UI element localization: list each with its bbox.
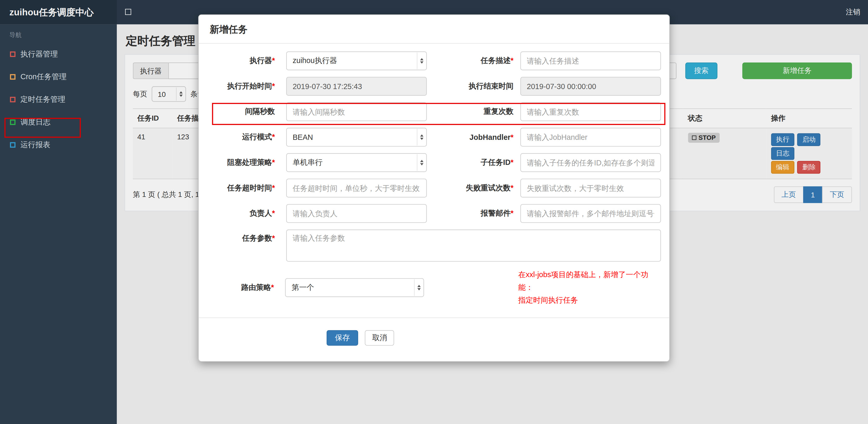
- start-time-input[interactable]: [286, 77, 427, 96]
- route-strategy-label: 路由策略*: [198, 282, 285, 292]
- timeout-label: 任务超时时间*: [198, 183, 286, 193]
- cancel-button[interactable]: 取消: [365, 330, 394, 346]
- modal-title: 新增任务: [210, 24, 247, 35]
- modal-body: 执行器* zuihou执行器 任务描述* 执行开始时间* 执行结束时间 间隔秒数: [198, 44, 669, 306]
- route-strategy-select[interactable]: 第一个: [285, 278, 424, 297]
- task-params-textarea[interactable]: [286, 229, 661, 261]
- end-time-label: 执行结束时间: [427, 81, 520, 91]
- route-strategy-select-value: 第一个: [292, 282, 314, 292]
- child-task-label: 子任务ID*: [427, 158, 520, 167]
- jobhandler-label: JobHandler*: [427, 133, 520, 141]
- app-viewport: zuihou任务调度中心 注销 导航 执行器管理 Cron任务管理 定时任务管理…: [0, 0, 868, 424]
- retry-input[interactable]: [520, 179, 661, 197]
- modal-header: 新增任务: [198, 15, 669, 43]
- interval-input[interactable]: [286, 102, 427, 121]
- block-strategy-select-value: 单机串行: [293, 158, 323, 167]
- modal-footer: 保存 取消: [198, 318, 669, 361]
- task-desc-input[interactable]: [520, 52, 661, 70]
- start-time-label: 执行开始时间*: [198, 81, 286, 91]
- block-strategy-label: 阻塞处理策略*: [198, 158, 286, 167]
- repeat-input[interactable]: [520, 102, 661, 121]
- alarm-email-label: 报警邮件*: [427, 208, 520, 219]
- owner-input[interactable]: [286, 204, 427, 223]
- select-arrows-icon: [417, 129, 426, 145]
- select-arrows-icon: [417, 155, 426, 171]
- select-arrows-icon: [414, 279, 424, 296]
- save-button[interactable]: 保存: [327, 330, 358, 346]
- add-task-modal: 新增任务 执行器* zuihou执行器 任务描述* 执行开始时间* 执行结束时间: [198, 14, 670, 362]
- interval-label: 间隔秒数: [198, 107, 286, 117]
- alarm-email-input[interactable]: [520, 204, 661, 223]
- owner-label: 负责人*: [198, 208, 286, 219]
- run-mode-select[interactable]: BEAN: [286, 128, 427, 146]
- executor-select-value: zuihou执行器: [293, 56, 337, 66]
- block-strategy-select[interactable]: 单机串行: [286, 153, 427, 172]
- task-params-label: 任务参数*: [198, 229, 286, 243]
- executor-label: 执行器*: [198, 56, 286, 66]
- jobhandler-input[interactable]: [520, 128, 661, 146]
- timeout-input[interactable]: [286, 179, 427, 197]
- run-mode-select-value: BEAN: [293, 133, 313, 141]
- executor-select[interactable]: zuihou执行器: [286, 52, 427, 70]
- feature-note: 在xxl-jobs项目的基础上，新增了一个功能： 指定时间执行任务: [518, 268, 661, 306]
- retry-label: 失败重试次数*: [427, 183, 520, 193]
- run-mode-label: 运行模式*: [198, 132, 286, 142]
- end-time-input[interactable]: [520, 77, 661, 96]
- child-task-input[interactable]: [520, 153, 661, 172]
- task-desc-label: 任务描述*: [427, 56, 520, 66]
- select-arrows-icon: [417, 53, 426, 69]
- repeat-label: 重复次数: [427, 107, 520, 117]
